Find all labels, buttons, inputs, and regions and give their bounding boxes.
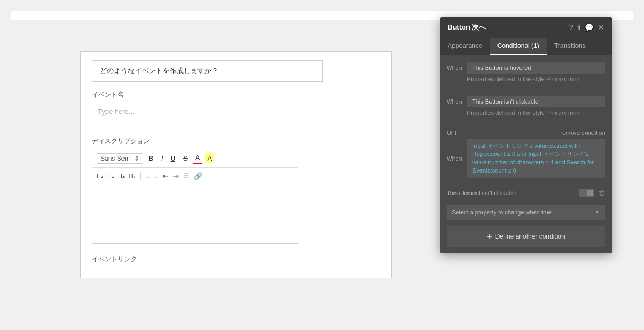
element-clickable-row: This element isn't clickable 🗑: [447, 185, 605, 200]
modal-panel: Button 次へ ? ℹ 💬 ✕ Appearance Conditional…: [440, 17, 612, 253]
chevron-down-icon: ▼: [595, 209, 600, 215]
strike-btn[interactable]: S: [181, 153, 190, 163]
when-row-3: When Input イベントリンク's value:extract with …: [447, 139, 605, 178]
element-clickable-label: This element isn't clickable: [447, 190, 517, 196]
h3-btn[interactable]: H₃: [118, 173, 125, 180]
condition-desc-1: Properties defined in the style Primary …: [447, 76, 605, 82]
h1-btn[interactable]: H₁: [97, 173, 103, 180]
condition-desc-2: Properties defined in the style Primary …: [447, 110, 605, 116]
comment-icon[interactable]: 💬: [584, 23, 594, 32]
toggle-switch[interactable]: [579, 189, 594, 197]
rich-toolbar-row2: H₁ H₂ H₃ H₄ | ≡ ≡ ⇤ ⇥ ☰ 🔗: [92, 168, 298, 184]
event-name-section: イベント名 Type here...: [92, 90, 380, 120]
help-icon[interactable]: ?: [569, 23, 573, 32]
indent-right-btn[interactable]: ⇥: [173, 172, 179, 180]
ul-btn[interactable]: ≡: [155, 172, 159, 180]
off-label: OFF: [447, 130, 458, 136]
link-btn[interactable]: 🔗: [194, 172, 202, 180]
divider-v: |: [140, 171, 142, 181]
description-section: ディスクリプション Sans Serif ⇕ B I U S A A H₁ H₂: [92, 137, 380, 244]
define-button-label: Define another condition: [495, 233, 565, 240]
event-link-section: イベントリンク: [92, 255, 380, 264]
h4-btn[interactable]: H₄: [129, 173, 135, 180]
when-value-2: This Button isn't clickable: [467, 96, 605, 107]
when-value-3: Input イベントリンク's value:extract with Regex…: [467, 139, 605, 178]
ol-btn[interactable]: ≡: [146, 172, 150, 180]
modal-tabs: Appearance Conditional (1) Transitions: [440, 38, 612, 55]
trash-icon[interactable]: 🗑: [598, 189, 605, 197]
divider-1: [447, 90, 605, 90]
event-name-input[interactable]: Type here...: [92, 103, 247, 120]
font-color-btn[interactable]: A: [193, 153, 202, 164]
rich-toolbar: Sans Serif ⇕ B I U S A A: [92, 149, 298, 168]
info-icon[interactable]: ℹ: [577, 23, 580, 32]
event-type-input[interactable]: どのようなイベントを作成しますか？: [92, 60, 323, 82]
when-row-1: When This Button is hovered: [447, 62, 605, 74]
condition-block-3: OFF remove condition When Input イベントリンク'…: [447, 130, 605, 178]
form-section: どのようなイベントを作成しますか？ イベント名 Type here... ディス…: [80, 51, 392, 278]
event-name-label: イベント名: [92, 90, 380, 99]
tab-appearance[interactable]: Appearance: [440, 38, 490, 55]
modal-title: Button 次へ: [448, 23, 486, 32]
underline-btn[interactable]: U: [169, 153, 178, 163]
divider-2: [447, 124, 605, 124]
modal-header: Button 次へ ? ℹ 💬 ✕: [440, 17, 612, 38]
rich-editor[interactable]: Sans Serif ⇕ B I U S A A H₁ H₂ H₃ H₄ |: [92, 149, 298, 244]
plus-icon: +: [487, 232, 492, 241]
bold-btn[interactable]: B: [147, 153, 156, 163]
h2-btn[interactable]: H₂: [107, 173, 114, 180]
indent-left-btn[interactable]: ⇤: [163, 172, 169, 180]
description-label: ディスクリプション: [92, 137, 380, 146]
align-btn[interactable]: ☰: [183, 172, 189, 180]
define-another-condition-button[interactable]: + Define another condition: [447, 226, 605, 247]
font-selector[interactable]: Sans Serif ⇕: [97, 153, 143, 164]
when-label-2: When: [447, 98, 463, 105]
rich-content-area[interactable]: [92, 184, 298, 243]
off-row: OFF remove condition: [447, 130, 605, 136]
select-property-dropdown[interactable]: Select a property to change when true ▼: [447, 205, 605, 220]
tab-conditional[interactable]: Conditional (1): [490, 38, 547, 55]
when-label-1: When: [447, 64, 463, 71]
toggle-trash: 🗑: [579, 189, 605, 197]
close-icon[interactable]: ✕: [598, 23, 604, 32]
italic-btn[interactable]: I: [159, 153, 165, 163]
remove-condition-link[interactable]: remove condition: [560, 130, 605, 136]
when-label-3: When: [447, 155, 463, 162]
condition-block-1: When This Button is hovered Properties d…: [447, 62, 605, 82]
modal-body: When This Button is hovered Properties d…: [440, 55, 612, 253]
when-value-1: This Button is hovered: [467, 62, 605, 74]
when-row-2: When This Button isn't clickable: [447, 96, 605, 107]
modal-icons: ? ℹ 💬 ✕: [569, 23, 604, 32]
event-link-label: イベントリンク: [92, 255, 380, 264]
toggle-knob: [587, 190, 593, 196]
select-property-label: Select a property to change when true: [452, 209, 552, 216]
highlight-btn[interactable]: A: [205, 153, 214, 163]
tab-transitions[interactable]: Transitions: [547, 38, 593, 55]
condition-block-2: When This Button isn't clickable Propert…: [447, 96, 605, 116]
